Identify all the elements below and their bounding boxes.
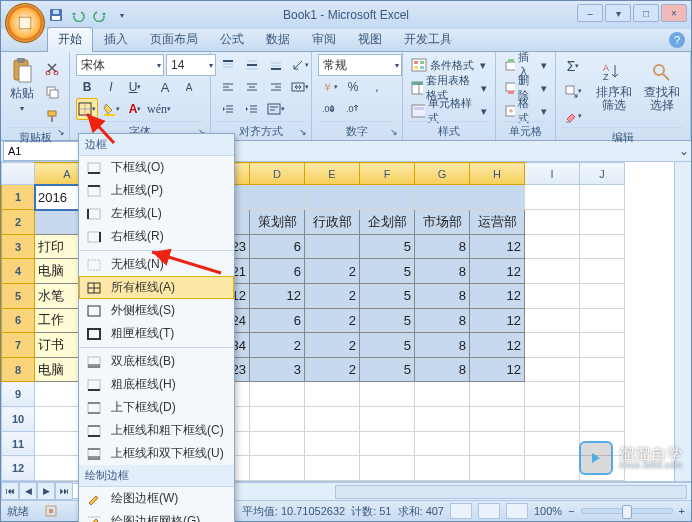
number-format-combo[interactable]: 常规▾ <box>318 54 402 76</box>
cell[interactable] <box>305 407 360 432</box>
cell[interactable] <box>305 382 360 407</box>
office-button[interactable] <box>5 3 45 43</box>
cell[interactable]: 行政部 <box>305 210 360 235</box>
shrink-font-button[interactable]: A <box>178 76 200 98</box>
cell[interactable] <box>470 407 525 432</box>
cell[interactable] <box>250 431 305 456</box>
tab-开始[interactable]: 开始 <box>47 27 93 52</box>
cell[interactable]: 12 <box>470 333 525 358</box>
cell[interactable]: 6 <box>250 234 305 259</box>
tab-插入[interactable]: 插入 <box>93 27 139 52</box>
cell[interactable]: 2 <box>305 357 360 382</box>
cell[interactable]: 2 <box>305 333 360 358</box>
cell[interactable] <box>525 234 580 259</box>
cell[interactable] <box>250 456 305 481</box>
copy-button[interactable] <box>41 81 63 103</box>
cut-button[interactable] <box>41 57 63 79</box>
grow-font-button[interactable]: A <box>154 76 176 98</box>
find-select-button[interactable]: 查找和 选择 <box>640 55 684 117</box>
row-header-12[interactable]: 12 <box>2 456 35 481</box>
paste-button[interactable]: 粘贴 ▾ <box>7 55 37 117</box>
tab-页面布局[interactable]: 页面布局 <box>139 27 209 52</box>
conditional-format-button[interactable]: 条件格式 ▾ <box>409 55 488 75</box>
number-launcher[interactable]: ↘ <box>388 126 400 138</box>
cell[interactable] <box>470 382 525 407</box>
cell[interactable]: 2 <box>305 283 360 308</box>
phonetic-button[interactable]: wén▾ <box>148 98 170 120</box>
zoom-in[interactable]: + <box>679 505 685 517</box>
col-header-D[interactable]: D <box>250 163 305 185</box>
cell[interactable] <box>470 431 525 456</box>
cell[interactable] <box>305 456 360 481</box>
cell[interactable] <box>525 333 580 358</box>
cell[interactable] <box>360 185 415 210</box>
border-menu-item[interactable]: 所有框线(A) <box>79 276 234 299</box>
percent-button[interactable]: % <box>342 76 364 98</box>
cell[interactable] <box>305 431 360 456</box>
zoom-slider[interactable] <box>581 508 673 514</box>
cell[interactable]: 6 <box>250 308 305 333</box>
row-header-9[interactable]: 9 <box>2 382 35 407</box>
decrease-decimal-button[interactable]: .0 <box>342 98 364 120</box>
cell[interactable]: 运营部 <box>470 210 525 235</box>
accounting-format-button[interactable]: ￥▾ <box>318 76 340 98</box>
cell[interactable]: 8 <box>415 357 470 382</box>
cell[interactable] <box>580 382 625 407</box>
cell[interactable]: 2 <box>305 259 360 284</box>
align-top-button[interactable] <box>217 54 239 76</box>
row-header-5[interactable]: 5 <box>2 283 35 308</box>
close-button[interactable]: × <box>661 4 687 22</box>
qat-redo[interactable] <box>91 6 109 24</box>
cell[interactable] <box>580 185 625 210</box>
cell[interactable] <box>415 382 470 407</box>
cell[interactable] <box>415 407 470 432</box>
cell[interactable] <box>415 456 470 481</box>
font-color-button[interactable]: A▾ <box>124 98 146 120</box>
col-header-H[interactable]: H <box>470 163 525 185</box>
cell[interactable] <box>580 234 625 259</box>
row-header-3[interactable]: 3 <box>2 234 35 259</box>
cell[interactable] <box>525 431 580 456</box>
tab-数据[interactable]: 数据 <box>255 27 301 52</box>
align-center-button[interactable] <box>241 76 263 98</box>
cell[interactable]: 5 <box>360 234 415 259</box>
border-menu-item[interactable]: 左框线(L) <box>79 202 234 225</box>
delete-cells-button[interactable]: 删除 ▾ <box>502 78 549 98</box>
sheet-nav-next[interactable]: ▶ <box>37 482 55 500</box>
border-menu-item[interactable]: 上框线(P) <box>79 179 234 202</box>
cell[interactable]: 12 <box>470 283 525 308</box>
align-middle-button[interactable] <box>241 54 263 76</box>
tab-开发工具[interactable]: 开发工具 <box>393 27 463 52</box>
cell[interactable]: 5 <box>360 283 415 308</box>
sheet-nav-last[interactable]: ⏭ <box>55 482 73 500</box>
border-menu-item[interactable]: 无框线(N) <box>79 253 234 276</box>
cell[interactable] <box>470 185 525 210</box>
cell[interactable]: 5 <box>360 259 415 284</box>
row-header-7[interactable]: 7 <box>2 333 35 358</box>
cell[interactable] <box>415 431 470 456</box>
cell[interactable]: 8 <box>415 308 470 333</box>
cell[interactable]: 8 <box>415 283 470 308</box>
row-header-8[interactable]: 8 <box>2 357 35 382</box>
cell[interactable] <box>525 210 580 235</box>
cell[interactable] <box>250 407 305 432</box>
cell[interactable] <box>305 185 360 210</box>
decrease-indent-button[interactable] <box>217 98 239 120</box>
cell[interactable] <box>360 431 415 456</box>
cell-style-button[interactable]: 单元格样式 ▾ <box>409 101 489 121</box>
clear-button[interactable]: ▾ <box>562 105 584 127</box>
cell[interactable] <box>525 308 580 333</box>
qat-save[interactable] <box>47 6 65 24</box>
bold-button[interactable]: B <box>76 76 98 98</box>
border-menu-item[interactable]: 双底框线(B) <box>79 350 234 373</box>
col-header-E[interactable]: E <box>305 163 360 185</box>
col-header-F[interactable]: F <box>360 163 415 185</box>
cell[interactable] <box>580 308 625 333</box>
tab-审阅[interactable]: 审阅 <box>301 27 347 52</box>
cell[interactable] <box>580 283 625 308</box>
wrap-text-button[interactable]: ▾ <box>265 98 287 120</box>
view-pagebreak[interactable] <box>506 503 528 519</box>
cell[interactable]: 8 <box>415 234 470 259</box>
col-header-J[interactable]: J <box>580 163 625 185</box>
cell[interactable] <box>525 259 580 284</box>
